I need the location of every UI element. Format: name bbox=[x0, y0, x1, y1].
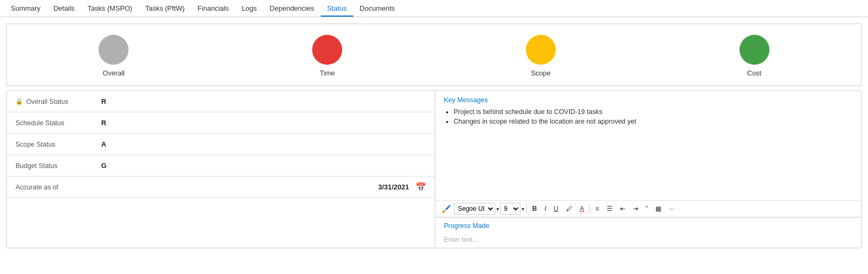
scope-status-value: A bbox=[101, 140, 106, 148]
font-color-button[interactable]: A bbox=[577, 203, 587, 214]
highlight-button[interactable]: 🖊 bbox=[563, 203, 576, 214]
schedule-status-label: Schedule Status bbox=[16, 119, 101, 127]
font-color-label: A bbox=[580, 205, 584, 212]
font-name-select[interactable]: Segoe UI bbox=[454, 203, 495, 215]
indent-less-button[interactable]: ⇤ bbox=[617, 203, 629, 214]
progress-made-label: Progress Made bbox=[435, 218, 861, 232]
main-content: 🔒 Overall Status R Schedule Status R Sco… bbox=[6, 90, 862, 248]
budget-status-row: Budget Status G bbox=[7, 155, 435, 177]
bullet-list-button[interactable]: ☰ bbox=[603, 203, 616, 214]
cost-circle[interactable] bbox=[739, 35, 769, 65]
status-indicators-panel: Overall Time Scope Cost bbox=[6, 24, 862, 86]
tab-documents[interactable]: Documents bbox=[353, 1, 402, 17]
table-button[interactable]: ▦ bbox=[652, 203, 665, 214]
underline-button[interactable]: U bbox=[550, 203, 562, 214]
overall-label: Overall bbox=[103, 69, 125, 77]
schedule-status-value: R bbox=[101, 119, 106, 127]
font-size-select[interactable]: 9 bbox=[500, 203, 520, 215]
schedule-status-row: Schedule Status R bbox=[7, 112, 435, 134]
accurate-as-of-row: Accurate as of 3/31/2021 📅 bbox=[7, 177, 435, 198]
tab-dependencies[interactable]: Dependencies bbox=[263, 1, 321, 17]
left-panel: 🔒 Overall Status R Schedule Status R Sco… bbox=[7, 91, 435, 248]
font-name-dropdown-icon[interactable]: ▾ bbox=[496, 206, 499, 212]
overall-status-label: 🔒 Overall Status bbox=[16, 98, 101, 105]
editor-toolbar: 🖌️ Segoe UI ▾ 9 ▾ B I U 🖊 A bbox=[435, 200, 861, 217]
scope-indicator: Scope bbox=[526, 35, 556, 77]
right-panel: Key Messages Project is behind schedule … bbox=[435, 91, 861, 248]
overall-indicator: Overall bbox=[99, 35, 129, 77]
paint-icon[interactable]: 🖌️ bbox=[440, 203, 453, 214]
italic-button[interactable]: I bbox=[541, 203, 549, 214]
more-button[interactable]: ··· bbox=[666, 203, 677, 214]
toolbar-separator-1 bbox=[526, 204, 527, 213]
lock-icon: 🔒 bbox=[16, 98, 23, 105]
accurate-as-of-value: 3/31/2021 bbox=[378, 183, 409, 191]
time-indicator: Time bbox=[312, 35, 342, 77]
scope-status-row: Scope Status A bbox=[7, 134, 435, 155]
tab-tasks-pftw[interactable]: Tasks (PftW) bbox=[139, 1, 191, 17]
calendar-icon[interactable]: 📅 bbox=[416, 182, 426, 192]
key-message-item-1: Project is behind schedule due to COVID-… bbox=[454, 108, 852, 116]
cost-label: Cost bbox=[747, 69, 761, 77]
overall-status-row: 🔒 Overall Status R bbox=[7, 91, 435, 112]
accurate-as-of-label: Accurate as of bbox=[16, 184, 101, 191]
tab-logs[interactable]: Logs bbox=[235, 1, 263, 17]
cost-indicator: Cost bbox=[739, 35, 769, 77]
tab-summary[interactable]: Summary bbox=[4, 1, 47, 17]
overall-status-value: R bbox=[101, 97, 106, 105]
indent-more-button[interactable]: ⇥ bbox=[630, 203, 641, 214]
key-messages-label: Key Messages bbox=[435, 91, 861, 104]
time-circle[interactable] bbox=[312, 35, 342, 65]
date-value-area: 3/31/2021 📅 bbox=[378, 182, 426, 192]
overall-circle[interactable] bbox=[99, 35, 129, 65]
scope-label: Scope bbox=[531, 69, 550, 77]
bold-button[interactable]: B bbox=[529, 203, 540, 214]
budget-status-value: G bbox=[101, 162, 107, 170]
nav-tabs: Summary Details Tasks (MSPO) Tasks (PftW… bbox=[0, 0, 868, 17]
tab-tasks-mspo[interactable]: Tasks (MSPO) bbox=[81, 1, 139, 17]
scope-circle[interactable] bbox=[526, 35, 556, 65]
time-label: Time bbox=[320, 69, 335, 77]
key-messages-section: Key Messages Project is behind schedule … bbox=[435, 91, 861, 218]
quote-button[interactable]: " bbox=[643, 203, 651, 214]
key-messages-content[interactable]: Project is behind schedule due to COVID-… bbox=[435, 104, 861, 200]
key-message-item-2: Changes in scope related to the location… bbox=[454, 118, 852, 125]
progress-made-section: Progress Made Enter text... bbox=[435, 218, 861, 248]
budget-status-label: Budget Status bbox=[16, 162, 101, 170]
scope-status-label: Scope Status bbox=[16, 141, 101, 148]
toolbar-separator-2 bbox=[590, 204, 590, 213]
tab-status[interactable]: Status bbox=[321, 1, 353, 17]
align-left-button[interactable]: ≡ bbox=[592, 203, 602, 214]
highlight-icon: 🖊 bbox=[566, 205, 572, 212]
tab-details[interactable]: Details bbox=[47, 1, 81, 17]
font-size-dropdown-icon[interactable]: ▾ bbox=[522, 206, 524, 212]
tab-financials[interactable]: Financials bbox=[191, 1, 236, 17]
progress-made-input[interactable]: Enter text... bbox=[435, 232, 861, 248]
